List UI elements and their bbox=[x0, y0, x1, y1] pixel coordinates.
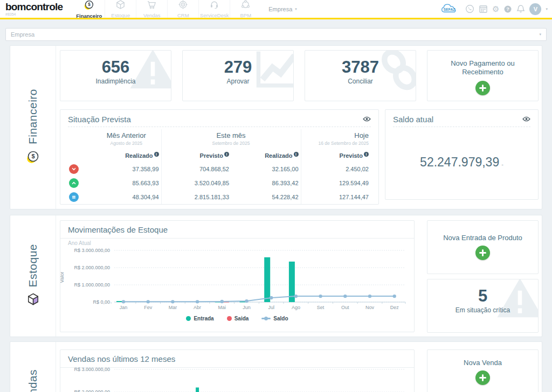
nav-label: ServiceDesk bbox=[200, 12, 229, 18]
saldo-atual-panel: Saldo atual 52.247.979,39- bbox=[385, 109, 539, 200]
nav-crm[interactable]: CRM bbox=[167, 0, 198, 18]
nav-label: Financeiro bbox=[76, 13, 102, 19]
add-payment-button[interactable] bbox=[475, 81, 490, 95]
table-cell: 37.358,99 bbox=[92, 162, 162, 176]
svg-text:?: ? bbox=[507, 6, 510, 12]
nova-venda-card[interactable]: Nova Venda bbox=[427, 349, 539, 392]
nova-venda-label: Nova Venda bbox=[427, 359, 538, 367]
info-icon[interactable]: i bbox=[154, 152, 159, 157]
app-logo[interactable]: bomcontrole #8354 bbox=[5, 2, 63, 16]
saldo-dropdown-toggle: - bbox=[501, 161, 503, 167]
calendar-icon[interactable] bbox=[479, 4, 488, 13]
panel-title: Situação Prevista bbox=[68, 115, 131, 124]
svg-text:Nov: Nov bbox=[365, 305, 375, 310]
nav-servicedesk[interactable]: ServiceDesk bbox=[198, 0, 230, 18]
legend-dot bbox=[186, 316, 191, 321]
nav-label: BPM bbox=[240, 12, 251, 18]
legend-dot bbox=[227, 316, 232, 321]
bpm-process-icon bbox=[240, 0, 251, 12]
eye-icon[interactable] bbox=[522, 114, 530, 124]
cube-icon bbox=[26, 292, 40, 308]
table-row-icon-cell bbox=[68, 176, 92, 190]
saldo-value[interactable]: 52.247.979,39- bbox=[393, 155, 530, 170]
app-logo-text: bomcontrole bbox=[5, 2, 63, 12]
user-avatar[interactable]: V bbox=[529, 3, 541, 15]
coin-icon: $ bbox=[26, 150, 40, 166]
situacao-prevista-panel: Situação Prevista Mês Anterior Agosto de… bbox=[60, 109, 379, 205]
legend-entrada[interactable]: Entrada bbox=[186, 316, 213, 321]
cart-icon bbox=[147, 0, 157, 12]
table-cell: 86.393,42 bbox=[231, 176, 301, 190]
financeiro-section-label: Financeiro bbox=[26, 89, 39, 144]
info-icon[interactable]: i bbox=[364, 152, 369, 157]
nova-entrada-card[interactable]: Nova Entrada de Produto bbox=[427, 220, 539, 274]
movimentacoes-chart-panel: Movimentações de Estoque Ano Atual Valor… bbox=[60, 220, 415, 332]
svg-text:$: $ bbox=[88, 2, 91, 7]
stat-value: 656 bbox=[60, 58, 171, 77]
arrow-up-green-icon bbox=[69, 178, 79, 188]
target-icon bbox=[178, 0, 188, 12]
stat-value: 3787 bbox=[305, 58, 416, 77]
estoque-section: Estoque Movimentações de Estoque Ano Atu… bbox=[10, 215, 542, 337]
bell-icon[interactable] bbox=[516, 4, 525, 13]
situacao-table: Mês Anterior Agosto de 2025 Este mês Set… bbox=[68, 129, 371, 204]
svg-text:Fev: Fev bbox=[144, 305, 153, 310]
situacao-critica-card[interactable]: 5 Em situação crítica bbox=[427, 279, 539, 333]
svg-text:Mar: Mar bbox=[169, 305, 177, 310]
nova-entrada-label: Nova Entrada de Produto bbox=[427, 234, 538, 242]
column-header: Previstoi bbox=[162, 149, 232, 162]
info-icon[interactable]: i bbox=[294, 152, 299, 157]
table-cell: 2.815.181,33 bbox=[162, 190, 232, 204]
stat-conciliar[interactable]: 3787 Conciliar bbox=[305, 50, 416, 101]
stat-value: 279 bbox=[183, 58, 293, 77]
novo-pagamento-card[interactable]: Novo Pagamento ou Recebimento bbox=[427, 50, 539, 101]
stat-label: Inadimplência bbox=[60, 78, 171, 85]
stat-label: Aprovar bbox=[183, 78, 293, 85]
table-cell: 129.594,49 bbox=[301, 176, 371, 190]
financeiro-section-strip: Financeiro $ bbox=[10, 46, 56, 209]
legend-line-marker bbox=[261, 316, 271, 321]
svg-text:R$ 1.000.000,00: R$ 1.000.000,00 bbox=[74, 282, 110, 288]
gear-icon[interactable]: ⚙ bbox=[492, 5, 499, 13]
svg-text:R$ 3.000.000,00: R$ 3.000.000,00 bbox=[74, 248, 110, 253]
whatsapp-icon[interactable] bbox=[465, 4, 474, 13]
svg-text:Jan: Jan bbox=[120, 305, 128, 310]
nav-financeiro[interactable]: $ Financeiro bbox=[73, 0, 105, 18]
company-select[interactable]: Empresa ▾ bbox=[5, 28, 547, 41]
legend-saida[interactable]: Saida bbox=[227, 316, 249, 321]
nav-bpm[interactable]: BPM bbox=[230, 0, 261, 18]
info-icon[interactable]: i bbox=[224, 152, 229, 157]
vendas-section: Vendas Vendas nos últimos 12 meses R$ 3.… bbox=[10, 341, 542, 392]
plus-icon bbox=[479, 85, 486, 92]
stat-aprovar[interactable]: 279 Aprovar bbox=[182, 50, 294, 101]
cube-icon bbox=[115, 0, 126, 12]
sefaz-badge[interactable]: SEFAZ bbox=[439, 3, 461, 15]
svg-text:R$ 2.000.000,00: R$ 2.000.000,00 bbox=[74, 265, 110, 270]
company-menu-label: Empresa bbox=[268, 6, 292, 12]
chevron-down-icon: ▾ bbox=[546, 7, 548, 11]
help-icon[interactable]: ? bbox=[503, 5, 512, 13]
novo-pagamento-label: Novo Pagamento ou Recebimento bbox=[437, 59, 528, 77]
svg-text:Ago: Ago bbox=[292, 305, 300, 310]
table-cell: 85.663,93 bbox=[92, 176, 162, 190]
vendas-section-strip: Vendas bbox=[10, 342, 56, 392]
chart-plot: R$ 3.000.000,00R$ 2.000.000,00 bbox=[60, 365, 414, 392]
add-sale-button[interactable] bbox=[475, 370, 490, 385]
eye-icon[interactable] bbox=[363, 114, 371, 124]
nav-vendas[interactable]: Vendas bbox=[136, 0, 167, 18]
table-cell: 32.165,00 bbox=[231, 162, 301, 176]
add-product-entry-button[interactable] bbox=[475, 246, 490, 260]
svg-text:R$ 0,00: R$ 0,00 bbox=[93, 299, 110, 305]
company-menu[interactable]: Empresa ▾ bbox=[268, 6, 297, 12]
table-cell: 54.228,42 bbox=[231, 190, 301, 204]
legend-saldo[interactable]: Saldo bbox=[261, 316, 288, 321]
svg-text:Set: Set bbox=[317, 305, 325, 310]
headset-icon bbox=[209, 0, 219, 12]
svg-text:Mai: Mai bbox=[218, 305, 226, 310]
nav-estoque[interactable]: Estoque bbox=[105, 0, 136, 18]
stat-inadimplencia[interactable]: 656 Inadimplência bbox=[60, 50, 171, 101]
top-bar: bomcontrole #8354 $ Financeiro Estoque bbox=[0, 0, 552, 19]
svg-text:Dez: Dez bbox=[390, 305, 399, 310]
column-header: Realizadoi bbox=[92, 149, 162, 162]
svg-text:R$ 3.000.000,00: R$ 3.000.000,00 bbox=[74, 367, 110, 372]
